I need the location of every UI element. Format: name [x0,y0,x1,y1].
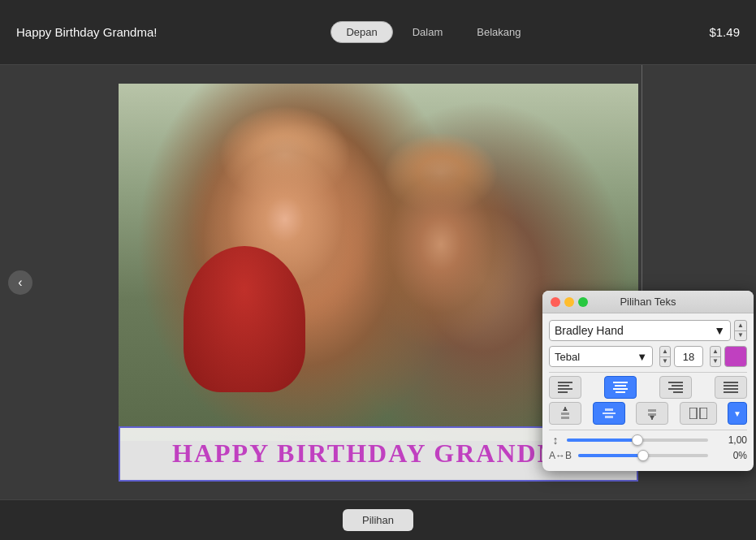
panel-body: Bradley Hand ▼ ▲ ▼ Tebal ▼ ▲ ▼ 18 ▲ [542,313,754,471]
char-spacing-thumb[interactable] [637,450,649,461]
close-button[interactable] [551,297,560,307]
svg-rect-2 [558,388,572,390]
size-stepper[interactable]: ▲ ▼ [710,346,721,367]
svg-rect-7 [616,391,625,393]
pilihan-button[interactable]: Pilihan [343,509,413,531]
traffic-lights [551,297,588,307]
char-spacing-fill [578,454,643,457]
char-spacing-slider[interactable] [578,454,708,457]
svg-rect-10 [668,388,683,390]
svg-rect-26 [648,413,656,416]
style-selector[interactable]: Tebal ▼ [549,346,653,367]
char-spacing-row: A↔B 0% [549,450,747,461]
bottom-bar: Pilihan [0,499,756,540]
align-center-button[interactable] [604,376,637,399]
line-spacing-thumb[interactable] [632,434,643,446]
font-stepper[interactable]: ▲ ▼ [734,320,747,341]
separator-1 [549,372,747,373]
svg-rect-27 [689,408,697,419]
panel-title: Pilihan Teks [620,296,676,308]
svg-rect-22 [605,416,613,418]
align-justify-button[interactable] [715,376,747,399]
svg-rect-19 [561,417,569,419]
svg-marker-17 [563,407,568,411]
svg-rect-3 [558,391,568,393]
card-title: Happy Birthday Grandma! [16,25,157,39]
char-spacing-value: 0% [713,450,747,461]
svg-marker-24 [650,416,654,420]
style-selector-arrow: ▼ [637,351,647,363]
style-stepper-down[interactable]: ▼ [660,357,670,367]
align-right-button[interactable] [659,376,692,399]
svg-rect-18 [561,413,569,415]
svg-rect-28 [700,408,707,419]
svg-rect-12 [724,382,738,383]
color-swatch[interactable] [724,346,747,367]
size-stepper-up[interactable]: ▲ [711,347,720,357]
valign-row: ▼ [549,402,747,425]
valign-middle-button[interactable] [593,402,625,425]
svg-rect-11 [673,391,683,393]
nav-arrow-left[interactable]: ‹ [8,270,32,295]
line-spacing-fill [567,438,637,442]
svg-rect-20 [603,413,616,414]
maximize-button[interactable] [578,297,588,307]
size-input[interactable]: 18 [674,346,703,367]
font-selector[interactable]: Bradley Hand ▼ [549,320,731,341]
font-select-row: Bradley Hand ▼ ▲ ▼ [549,320,747,341]
svg-rect-14 [724,388,738,390]
person-clothes [184,246,305,392]
svg-rect-5 [615,385,626,387]
svg-rect-4 [613,382,628,383]
separator-2 [549,430,747,430]
svg-rect-1 [558,385,569,387]
tab-depan[interactable]: Depan [330,21,392,43]
font-stepper-up[interactable]: ▲ [735,321,746,331]
columns-button[interactable] [680,402,717,425]
style-stepper[interactable]: ▲ ▼ [659,346,671,367]
svg-rect-9 [672,385,683,387]
size-stepper-down[interactable]: ▼ [711,357,720,367]
valign-dropdown-button[interactable]: ▼ [728,402,747,425]
font-stepper-down[interactable]: ▼ [735,331,746,341]
svg-rect-8 [668,382,683,383]
svg-rect-13 [724,385,738,387]
style-stepper-up[interactable]: ▲ [660,347,670,357]
size-value: 18 [683,351,694,363]
valign-top-button[interactable] [549,402,581,425]
line-spacing-value: 1,00 [713,434,747,446]
line-spacing-row: ↕ 1,00 [549,434,747,447]
text-options-panel: Pilihan Teks Bradley Hand ▼ ▲ ▼ Tebal ▼ … [542,291,754,471]
align-row [549,376,747,399]
svg-rect-0 [558,382,572,383]
font-name-label: Bradley Hand [555,324,624,337]
style-label: Tebal [555,351,580,363]
align-left-button[interactable] [549,376,581,399]
tab-dalam[interactable]: Dalam [398,22,458,42]
svg-rect-6 [613,388,628,390]
font-selector-arrow: ▼ [714,324,725,337]
svg-rect-25 [648,409,656,412]
panel-titlebar: Pilihan Teks [542,291,754,313]
tab-belakang[interactable]: Belakang [462,22,535,42]
valign-bottom-button[interactable] [636,402,668,425]
line-spacing-icon: ↕ [549,434,562,447]
char-spacing-label: A↔B [549,450,573,461]
svg-rect-21 [605,408,613,411]
line-spacing-slider[interactable] [567,438,708,442]
price-label: $1.49 [709,25,740,39]
tab-group: Depan Dalam Belakang [330,21,535,43]
style-size-row: Tebal ▼ ▲ ▼ 18 ▲ ▼ [549,346,747,367]
minimize-button[interactable] [564,297,574,307]
birthday-text: HAPPY BIRTHDAY GRANDMA [172,438,584,469]
svg-rect-15 [724,391,738,393]
top-bar: Happy Birthday Grandma! Depan Dalam Bela… [0,0,756,65]
